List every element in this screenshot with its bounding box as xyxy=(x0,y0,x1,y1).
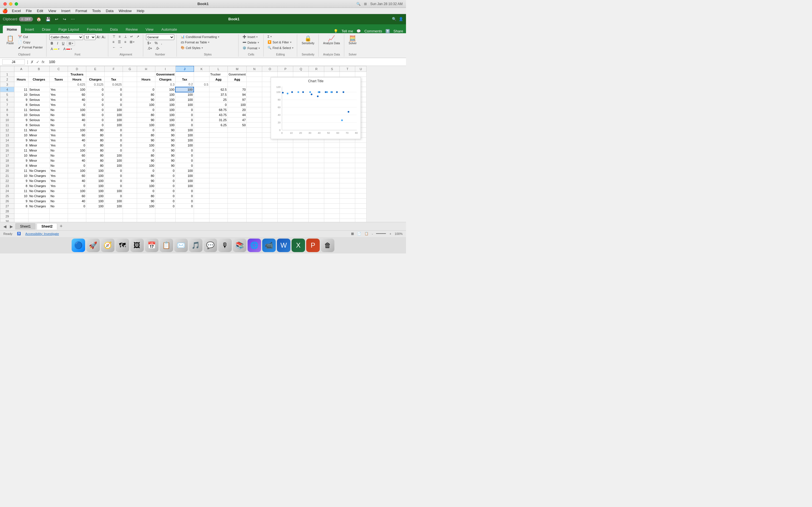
cell-L30[interactable] xyxy=(209,219,227,222)
cell-N29[interactable] xyxy=(247,214,262,219)
align-right-button[interactable]: ≡ xyxy=(123,40,128,44)
cell-D4[interactable]: 100 xyxy=(68,87,86,92)
cell-R22[interactable] xyxy=(309,178,324,183)
cell-G14[interactable] xyxy=(123,138,137,143)
cell-A11[interactable]: 8 xyxy=(14,122,29,128)
cell-S16[interactable] xyxy=(324,148,340,153)
cell-S26[interactable] xyxy=(324,199,340,204)
cell-N20[interactable] xyxy=(247,168,262,173)
cell-M22[interactable] xyxy=(227,178,247,183)
cell-K19[interactable] xyxy=(194,163,209,168)
cell-D17[interactable]: 60 xyxy=(68,153,86,158)
cell-H28[interactable] xyxy=(137,209,155,214)
cell-J2[interactable]: Tax xyxy=(175,77,194,82)
cell-C4[interactable]: Yes xyxy=(50,87,68,92)
cell-T24[interactable] xyxy=(340,188,355,193)
row-header-25[interactable]: 25 xyxy=(0,193,14,199)
cell-K23[interactable] xyxy=(194,183,209,188)
cell-L24[interactable] xyxy=(209,188,227,193)
tell-me-label[interactable]: Tell me xyxy=(342,29,353,33)
cell-L3[interactable] xyxy=(209,82,227,87)
cell-G17[interactable] xyxy=(123,153,137,158)
cell-E25[interactable]: 100 xyxy=(86,193,105,199)
cell-P22[interactable] xyxy=(278,178,293,183)
cell-E26[interactable]: 100 xyxy=(86,199,105,204)
cell-B29[interactable] xyxy=(29,214,50,219)
align-left-button[interactable]: ≡ xyxy=(111,40,116,44)
cell-H15[interactable]: 100 xyxy=(137,143,155,148)
cell-B6[interactable]: Serious xyxy=(29,97,50,102)
cell-L13[interactable] xyxy=(209,133,227,138)
cell-I29[interactable] xyxy=(155,214,175,219)
cell-E2[interactable]: Charges xyxy=(86,77,105,82)
cell-Q26[interactable] xyxy=(293,199,309,204)
cell-M24[interactable] xyxy=(227,188,247,193)
cut-button[interactable]: ✂️ Cut xyxy=(17,34,44,39)
cell-P21[interactable] xyxy=(278,173,293,178)
cell-L26[interactable] xyxy=(209,199,227,204)
cell-B22[interactable]: No Charges xyxy=(29,178,50,183)
cell-B1[interactable] xyxy=(29,72,50,77)
cell-D1[interactable]: Truckers xyxy=(68,72,86,77)
cell-H2[interactable]: Hours xyxy=(137,77,155,82)
cell-R21[interactable] xyxy=(309,173,324,178)
cell-J10[interactable]: 0 xyxy=(175,117,194,122)
cell-G20[interactable] xyxy=(123,168,137,173)
cell-K13[interactable] xyxy=(194,133,209,138)
cell-F18[interactable]: 100 xyxy=(105,158,123,163)
cell-I5[interactable]: 100 xyxy=(155,92,175,97)
cell-D28[interactable] xyxy=(68,209,86,214)
cell-N11[interactable] xyxy=(247,122,262,128)
cell-F2[interactable]: Tax xyxy=(105,77,123,82)
cell-T25[interactable] xyxy=(340,193,355,199)
page-layout-icon[interactable]: 📄 xyxy=(357,232,361,235)
more-icon[interactable]: ⋯ xyxy=(70,16,76,22)
cell-G7[interactable] xyxy=(123,102,137,107)
cell-T17[interactable] xyxy=(340,153,355,158)
cell-K10[interactable] xyxy=(194,117,209,122)
cell-B23[interactable]: No Charges xyxy=(29,183,50,188)
cell-H6[interactable]: 90 xyxy=(137,97,155,102)
dock-reminders[interactable]: 📋 xyxy=(160,238,173,252)
cell-M15[interactable] xyxy=(227,143,247,148)
apple-menu[interactable]: 🍎 xyxy=(2,8,8,13)
cell-Q30[interactable] xyxy=(293,219,309,222)
cell-Q20[interactable] xyxy=(293,168,309,173)
cell-C18[interactable]: No xyxy=(50,158,68,163)
cell-P1[interactable] xyxy=(278,72,293,77)
cell-L19[interactable] xyxy=(209,163,227,168)
cell-C27[interactable]: No xyxy=(50,204,68,209)
cell-J23[interactable]: 100 xyxy=(175,183,194,188)
cell-K4[interactable] xyxy=(194,87,209,92)
cell-G29[interactable] xyxy=(123,214,137,219)
cell-E9[interactable]: 0 xyxy=(86,112,105,117)
cell-J4[interactable]: 100 xyxy=(175,87,194,92)
cell-C8[interactable]: No xyxy=(50,107,68,112)
cell-G30[interactable] xyxy=(123,219,137,222)
cell-D13[interactable]: 60 xyxy=(68,133,86,138)
row-header-11[interactable]: 11 xyxy=(0,122,14,128)
dock-mail[interactable]: ✉️ xyxy=(174,238,188,252)
cell-C2[interactable]: Taxes xyxy=(50,77,68,82)
cell-O25[interactable] xyxy=(262,193,278,199)
cell-E19[interactable]: 80 xyxy=(86,163,105,168)
cell-T27[interactable] xyxy=(340,204,355,209)
cell-O29[interactable] xyxy=(262,214,278,219)
cell-P23[interactable] xyxy=(278,183,293,188)
format-cells-button[interactable]: ⚙️ Format ▾ xyxy=(241,46,261,50)
cell-A12[interactable]: 11 xyxy=(14,128,29,133)
cell-D9[interactable]: 60 xyxy=(68,112,86,117)
cell-S21[interactable] xyxy=(324,173,340,178)
cell-C19[interactable]: No xyxy=(50,163,68,168)
cell-F22[interactable]: 0 xyxy=(105,178,123,183)
cell-F9[interactable]: 100 xyxy=(105,112,123,117)
dock-podcasts[interactable]: 🎙 xyxy=(218,238,232,252)
cell-C13[interactable]: Yes xyxy=(50,133,68,138)
sheet-next-button[interactable]: ▶ xyxy=(9,224,14,229)
cell-U1[interactable] xyxy=(355,72,366,77)
cell-B7[interactable]: Serious xyxy=(29,102,50,107)
cell-B4[interactable]: Serious xyxy=(29,87,50,92)
col-header-G[interactable]: G xyxy=(123,66,137,72)
cell-I15[interactable]: 90 xyxy=(155,143,175,148)
cell-M16[interactable] xyxy=(227,148,247,153)
